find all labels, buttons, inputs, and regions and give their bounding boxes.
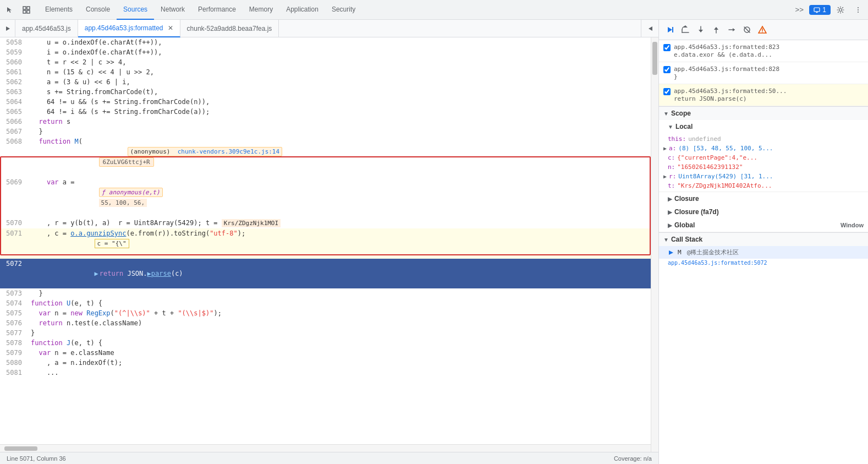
more-tabs-button[interactable]: >> [792, 2, 807, 18]
local-scope-toggle: ▼ [668, 124, 673, 130]
svg-point-5 [858, 7, 859, 8]
table-row: 5077} [0, 328, 658, 338]
svg-marker-10 [668, 27, 672, 32]
code-panel: app.45d46a53.js app.45d46a53.js:formatte… [0, 20, 659, 464]
table-row: 5075 var n = new RegExp("(^|\\s)" + t + … [0, 308, 658, 318]
breakpoint-item-2[interactable]: app.45d46a53.js:formatted:828 } [659, 62, 868, 84]
inspect-icon[interactable] [19, 2, 34, 18]
breakpoint-checkbox-2[interactable] [663, 66, 671, 73]
vertical-scrollbar[interactable] [651, 37, 658, 452]
callstack-toggle-icon: ▼ [663, 237, 669, 243]
table-row: 5069 var a = ƒ anonymous(e,t) 55, 100, 5… [0, 177, 658, 218]
step-into-button[interactable] [694, 23, 707, 36]
settings-button[interactable] [833, 2, 848, 18]
local-scope-header[interactable]: ▼ Local [659, 120, 868, 133]
expand-arrow-r: ▶ [663, 173, 667, 179]
overflow-menu-button[interactable] [850, 2, 866, 18]
svg-marker-8 [6, 26, 10, 31]
local-scope-items: this: undefined ▶ a: (8) [53, 48, 55, 10… [659, 133, 868, 192]
table-row: 5059 i = o.indexOf(e.charAt(f++)), [0, 47, 658, 57]
tab-application[interactable]: Application [279, 0, 325, 20]
closure-fa7d-header[interactable]: ▶ Closure (fa7d) [659, 205, 868, 219]
pause-on-exceptions-button[interactable] [756, 23, 769, 36]
tab-memory[interactable]: Memory [243, 0, 279, 20]
table-row: 5065 64 != i && (s += String.fromCharCod… [0, 107, 658, 117]
callstack-title: Call Stack [671, 236, 702, 243]
deactivate-breakpoints-button[interactable] [740, 23, 754, 36]
top-tab-bar: Elements Console Sources Network Perform… [0, 0, 868, 20]
table-row: 5058 u = o.indexOf(e.charAt(f++)), [0, 37, 658, 47]
breakpoint-text-3: app.45d46a53.js:formatted:50... return J… [674, 88, 864, 102]
global-title: Global [674, 221, 695, 229]
scope-item-r[interactable]: ▶ r: Uint8Array(5429) [31, 1... [659, 172, 868, 181]
coverage-status: Coverage: n/a [614, 455, 652, 462]
breakpoints-panel: app.45d46a53.js:formatted:823 e.data.exo… [659, 40, 868, 107]
tab-network[interactable]: Network [154, 0, 191, 20]
global-value: Window [840, 222, 864, 228]
svg-point-25 [762, 31, 763, 32]
breakpoint-item-3[interactable]: app.45d46a53.js:formatted:50... return J… [659, 84, 868, 106]
tab-performance[interactable]: Performance [191, 0, 243, 20]
svg-marker-26 [669, 250, 673, 255]
scope-item-n: n: "1650261462391132" [659, 162, 868, 172]
file-tab-end-button[interactable] [641, 20, 658, 37]
table-row: 5079 var n = e.className [0, 348, 658, 358]
breakpoint-checkbox-1[interactable] [663, 44, 671, 51]
callstack-header[interactable]: ▼ Call Stack [659, 233, 868, 246]
tab-more-area: >> 1 [792, 2, 866, 18]
file-panel-toggle[interactable] [0, 20, 15, 37]
breakpoint-item-1[interactable]: app.45d46a53.js:formatted:823 e.data.exo… [659, 40, 868, 62]
scope-section: ▼ Scope ▼ Local this: undefined [659, 107, 868, 232]
table-row: 5068 function M( (anonymous) chunk-vendo… [0, 137, 658, 177]
table-row: 5078function J(e, t) { [0, 338, 658, 348]
callstack-active-icon [668, 249, 674, 256]
local-scope-title: Local [675, 123, 693, 130]
code-scroll[interactable]: 5058 u = o.indexOf(e.charAt(f++)), 5059 … [0, 37, 658, 444]
step-out-button[interactable] [710, 23, 723, 36]
file-tab-close-button[interactable]: ✕ [168, 24, 173, 32]
callstack-next-item[interactable]: app.45d46a53.js:formatted:5072 [659, 259, 868, 267]
scope-header[interactable]: ▼ Scope [659, 107, 868, 120]
table-row: 5063 s += String.fromCharCode(t), [0, 87, 658, 97]
step-button[interactable] [725, 23, 738, 36]
breakpoint-checkbox-3[interactable] [663, 88, 671, 95]
table-row: 5081 ... [0, 368, 658, 378]
status-bar: Line 5071, Column 36 Coverage: n/a [0, 452, 658, 464]
table-row: 5076 return n.test(e.className) [0, 318, 658, 328]
scope-item-a[interactable]: ▶ a: (8) [53, 48, 55, 100, 5... [659, 144, 868, 153]
resume-button[interactable] [663, 23, 677, 36]
debugger-toolbar [659, 20, 868, 40]
table-row: 5061 n = (15 & c) << 4 | u >> 2, [0, 67, 658, 77]
tab-console[interactable]: Console [79, 0, 117, 20]
file-tab-app-formatted[interactable]: app.45d46a53.js:formatted ✕ [78, 20, 180, 37]
closure-title: Closure [674, 195, 699, 203]
expand-arrow-a: ▶ [663, 145, 667, 151]
svg-marker-16 [699, 30, 703, 32]
scope-panel[interactable]: ▼ Scope ▼ Local this: undefined [659, 107, 868, 464]
svg-rect-4 [814, 8, 820, 12]
closure-toggle-icon: ▶ [668, 196, 672, 202]
global-header[interactable]: ▶ Global Window [659, 219, 868, 232]
svg-rect-11 [672, 27, 673, 32]
table-row: 5074function U(e, t) { [0, 298, 658, 308]
file-tab-app-min[interactable]: app.45d46a53.js [15, 20, 78, 37]
tab-sources[interactable]: Sources [117, 0, 154, 20]
svg-point-6 [858, 9, 859, 10]
tab-security[interactable]: Security [325, 0, 362, 20]
svg-marker-20 [733, 28, 735, 31]
scope-title: Scope [671, 110, 691, 117]
horizontal-scrollbar[interactable] [0, 444, 658, 452]
scope-toggle-icon: ▼ [663, 111, 669, 117]
message-badge-button[interactable]: 1 [809, 5, 831, 15]
table-row: 5064 64 != u && (s += String.fromCharCod… [0, 97, 658, 107]
table-row: 5073 } [0, 288, 658, 298]
closure-header[interactable]: ▶ Closure [659, 192, 868, 205]
step-over-button[interactable] [679, 23, 692, 36]
file-tab-chunk[interactable]: chunk-52a9add8.beaa7fea.js [180, 20, 279, 37]
callstack-item-m[interactable]: M @稀土掘金技术社区 [659, 246, 868, 259]
cursor-icon[interactable] [2, 2, 18, 18]
scope-item-c: c: {"currentPage":4,"e... [659, 153, 868, 162]
code-table: 5058 u = o.indexOf(e.charAt(f++)), 5059 … [0, 37, 658, 378]
table-row: 5072 ▶return JSON.▶parse(c) [0, 259, 658, 288]
tab-elements[interactable]: Elements [39, 0, 79, 20]
